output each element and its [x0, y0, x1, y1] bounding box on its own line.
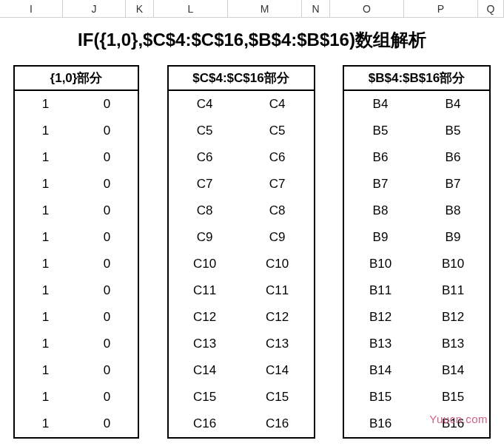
data-cell: C11 — [266, 277, 289, 304]
data-cell: 1 — [42, 197, 49, 224]
data-cell: 0 — [104, 91, 110, 118]
data-cell: 1 — [42, 144, 49, 171]
data-cell: B9 — [373, 224, 389, 251]
data-cell: C10 — [193, 251, 216, 277]
data-cell: C14 — [266, 357, 289, 384]
sections-container: {1,0}部分 1111111111111 0000000000000 $C$4… — [0, 65, 504, 439]
data-cell: B7 — [373, 171, 389, 197]
data-cell: C12 — [266, 304, 289, 331]
data-cell: 0 — [104, 357, 110, 384]
section-col-2: 0000000000000 — [76, 91, 138, 437]
data-cell: B5 — [373, 118, 389, 144]
page-title: IF({1,0},$C$4:$C$16,$B$4:$B$16)数组解析 — [0, 28, 504, 52]
data-cell: 0 — [104, 118, 110, 144]
data-cell: C7 — [269, 171, 286, 197]
section-col-1: B4B5B6B7B8B9B10B11B12B13B14B15B16 — [344, 91, 417, 437]
data-cell: B13 — [442, 331, 464, 357]
data-cell: C6 — [197, 144, 213, 171]
data-cell: 1 — [42, 251, 49, 277]
section-col-1: 1111111111111 — [15, 91, 76, 437]
data-cell: B6 — [446, 144, 461, 171]
data-cell: 1 — [42, 277, 49, 304]
section-col-1: C4C5C6C7C8C9C10C11C12C13C14C15C16 — [169, 91, 241, 437]
section-col-2: B4B5B6B7B8B9B10B11B12B13B14B15B16 — [417, 91, 489, 437]
data-cell: 0 — [104, 410, 110, 437]
data-cell: C5 — [197, 118, 213, 144]
data-cell: B10 — [369, 251, 392, 277]
data-cell: 1 — [42, 357, 49, 384]
data-cell: 0 — [104, 384, 110, 410]
section-b-range: $B$4:$B$16部分 B4B5B6B7B8B9B10B11B12B13B14… — [343, 65, 491, 439]
data-cell: B12 — [442, 304, 464, 331]
data-cell: B8 — [373, 197, 389, 224]
data-cell: B16 — [369, 410, 392, 437]
data-cell: C6 — [269, 144, 286, 171]
section-one-zero: {1,0}部分 1111111111111 0000000000000 — [13, 65, 139, 439]
data-cell: C13 — [193, 331, 216, 357]
data-cell: 1 — [42, 118, 49, 144]
data-cell: 1 — [42, 384, 49, 410]
col-header-J: J — [63, 0, 126, 17]
section-header: $C$4:$C$16部分 — [169, 67, 314, 91]
data-cell: B4 — [373, 91, 389, 118]
section-col-2: C4C5C6C7C8C9C10C11C12C13C14C15C16 — [241, 91, 314, 437]
data-cell: 0 — [104, 277, 110, 304]
data-cell: C4 — [197, 91, 213, 118]
data-cell: B8 — [446, 197, 461, 224]
col-header-I: I — [0, 0, 63, 17]
section-body: 1111111111111 0000000000000 — [15, 91, 138, 437]
col-header-M: M — [228, 0, 302, 17]
col-header-N: N — [302, 0, 330, 17]
data-cell: 0 — [104, 251, 110, 277]
data-cell: C8 — [197, 197, 213, 224]
section-c-range: $C$4:$C$16部分 C4C5C6C7C8C9C10C11C12C13C14… — [167, 65, 315, 439]
data-cell: C9 — [269, 224, 286, 251]
data-cell: 0 — [104, 304, 110, 331]
data-cell: 1 — [42, 171, 49, 197]
data-cell: C10 — [266, 251, 289, 277]
data-cell: 1 — [42, 224, 49, 251]
watermark: Yuucn.com — [429, 413, 488, 425]
section-header: $B$4:$B$16部分 — [344, 67, 489, 91]
data-cell: C16 — [266, 410, 289, 437]
data-cell: C7 — [197, 171, 213, 197]
data-cell: C9 — [197, 224, 213, 251]
data-cell: C14 — [193, 357, 216, 384]
data-cell: B15 — [442, 384, 464, 410]
data-cell: B15 — [369, 384, 392, 410]
data-cell: 1 — [42, 331, 49, 357]
data-cell: 1 — [42, 91, 49, 118]
data-cell: C4 — [269, 91, 286, 118]
col-header-O: O — [330, 0, 404, 17]
col-header-K: K — [126, 0, 154, 17]
data-cell: C15 — [266, 384, 289, 410]
col-header-P: P — [404, 0, 478, 17]
data-cell: B11 — [369, 277, 392, 304]
data-cell: B14 — [442, 357, 464, 384]
column-header-row: I J K L M N O P Q — [0, 0, 504, 18]
data-cell: 0 — [104, 144, 110, 171]
section-body: C4C5C6C7C8C9C10C11C12C13C14C15C16 C4C5C6… — [169, 91, 314, 437]
data-cell: B6 — [373, 144, 389, 171]
data-cell: 1 — [42, 304, 49, 331]
section-header: {1,0}部分 — [15, 67, 138, 91]
data-cell: C16 — [193, 410, 216, 437]
col-header-L: L — [154, 0, 228, 17]
data-cell: 0 — [104, 171, 110, 197]
data-cell: B4 — [446, 91, 461, 118]
data-cell: 0 — [104, 331, 110, 357]
data-cell: 0 — [104, 224, 110, 251]
data-cell: C8 — [269, 197, 286, 224]
data-cell: C12 — [193, 304, 216, 331]
col-header-Q: Q — [478, 0, 504, 17]
data-cell: C15 — [193, 384, 216, 410]
data-cell: C5 — [269, 118, 286, 144]
data-cell: B13 — [369, 331, 392, 357]
data-cell: B7 — [446, 171, 461, 197]
data-cell: B12 — [369, 304, 392, 331]
data-cell: B10 — [442, 251, 464, 277]
data-cell: 0 — [104, 197, 110, 224]
data-cell: 1 — [42, 410, 49, 437]
data-cell: B5 — [446, 118, 461, 144]
section-body: B4B5B6B7B8B9B10B11B12B13B14B15B16 B4B5B6… — [344, 91, 489, 437]
